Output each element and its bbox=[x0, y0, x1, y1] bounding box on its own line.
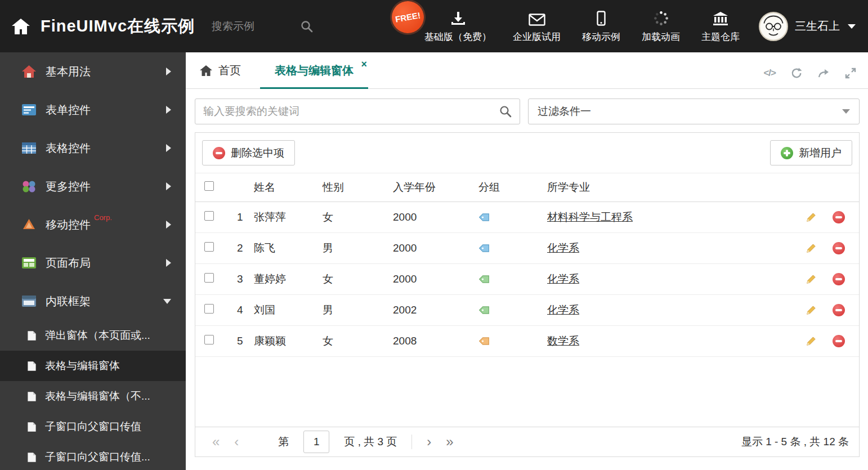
sidebar-item-mobile-controls[interactable]: 移动控件 Corp. bbox=[0, 205, 186, 244]
delete-icon[interactable] bbox=[833, 335, 845, 347]
sidebar-item-iframe[interactable]: 内联框架 bbox=[0, 282, 186, 320]
prev-page-button[interactable] bbox=[234, 435, 239, 449]
close-icon[interactable] bbox=[361, 59, 367, 70]
nav-item-loading-animation[interactable]: 加载动画 bbox=[642, 9, 680, 43]
major-link[interactable]: 材料科学与工程系 bbox=[547, 211, 633, 223]
maximize-icon[interactable] bbox=[844, 67, 857, 79]
tab-home-label: 首页 bbox=[218, 63, 241, 78]
nav-label: 基础版（免费） bbox=[424, 30, 491, 43]
tab-home[interactable]: 首页 bbox=[195, 63, 250, 88]
file-icon bbox=[27, 361, 37, 371]
major-link[interactable]: 化学系 bbox=[547, 304, 579, 316]
delete-selected-label: 删除选中项 bbox=[231, 146, 284, 160]
sidebar-subitem-grid-edit-window[interactable]: 表格与编辑窗体 bbox=[0, 351, 186, 381]
sidebar-subitem-child-to-parent-2[interactable]: 子窗口向父窗口传值... bbox=[0, 442, 186, 470]
page-number-input[interactable] bbox=[303, 431, 329, 453]
student-gender: 女 bbox=[323, 272, 393, 287]
sidebar-item-label: 更多控件 bbox=[46, 179, 91, 194]
nav-item-mobile-demo[interactable]: 移动示例 bbox=[582, 9, 620, 43]
major-link[interactable]: 化学系 bbox=[547, 242, 579, 254]
row-checkbox[interactable] bbox=[204, 335, 214, 344]
delete-icon[interactable] bbox=[833, 273, 845, 285]
filter-dropdown[interactable]: 过滤条件一 bbox=[528, 99, 860, 124]
search-icon[interactable] bbox=[301, 20, 313, 33]
table-row[interactable]: 1 张萍萍 女 2000 材料科学与工程系 bbox=[195, 202, 859, 233]
sidebar-item-form-controls[interactable]: 表单控件 bbox=[0, 91, 186, 129]
column-header-gender[interactable]: 性别 bbox=[323, 180, 393, 195]
plus-circle-icon bbox=[781, 147, 793, 159]
student-gender: 女 bbox=[323, 210, 393, 225]
nav-item-basic-free[interactable]: FREE! 基础版（免费） bbox=[424, 9, 491, 43]
student-gender: 男 bbox=[323, 241, 393, 256]
sidebar-item-grid-controls[interactable]: 表格控件 bbox=[0, 129, 186, 167]
divider bbox=[411, 435, 412, 449]
table-row[interactable]: 3 董婷婷 女 2000 化学系 bbox=[195, 264, 859, 295]
column-header-name[interactable]: 姓名 bbox=[254, 180, 323, 195]
tabbar: 首页 表格与编辑窗体 bbox=[186, 52, 868, 89]
row-checkbox[interactable] bbox=[204, 242, 214, 252]
first-page-button[interactable] bbox=[212, 435, 220, 449]
main-content: 首页 表格与编辑窗体 bbox=[186, 52, 868, 470]
sidebar-item-more-controls[interactable]: 更多控件 bbox=[0, 167, 186, 205]
delete-icon[interactable] bbox=[833, 304, 845, 316]
filter-dropdown-value: 过滤条件一 bbox=[538, 104, 591, 119]
edit-icon[interactable] bbox=[805, 335, 817, 347]
table-icon bbox=[21, 141, 37, 155]
search-icon[interactable] bbox=[499, 105, 512, 118]
sidebar-subitem-grid-edit-window-2[interactable]: 表格与编辑窗体（不... bbox=[0, 381, 186, 411]
edit-icon[interactable] bbox=[805, 243, 817, 254]
add-user-label: 新增用户 bbox=[799, 146, 842, 160]
header-search-input[interactable] bbox=[212, 20, 296, 33]
add-user-button[interactable]: 新增用户 bbox=[770, 140, 852, 165]
major-link[interactable]: 化学系 bbox=[547, 273, 579, 285]
student-name: 康颖颖 bbox=[254, 334, 323, 348]
nav-item-enterprise-trial[interactable]: 企业版试用 bbox=[513, 9, 561, 43]
nav-item-theme-repo[interactable]: 主题仓库 bbox=[701, 9, 740, 43]
keyword-search-input[interactable] bbox=[203, 105, 499, 118]
next-page-button[interactable] bbox=[427, 435, 431, 449]
table-row[interactable]: 4 刘国 男 2002 化学系 bbox=[195, 295, 859, 326]
minus-circle-icon bbox=[213, 147, 225, 159]
home-icon[interactable] bbox=[11, 18, 30, 35]
edit-icon[interactable] bbox=[805, 274, 817, 285]
edit-icon[interactable] bbox=[805, 212, 817, 223]
enroll-year: 2002 bbox=[393, 304, 478, 316]
source-code-icon[interactable] bbox=[763, 68, 776, 79]
edit-icon[interactable] bbox=[805, 305, 817, 316]
major-link[interactable]: 数学系 bbox=[547, 335, 579, 347]
delete-icon[interactable] bbox=[833, 211, 845, 223]
select-all-checkbox[interactable] bbox=[204, 181, 214, 191]
avatar bbox=[759, 12, 788, 41]
sidebar-item-label: 移动控件 bbox=[46, 217, 91, 232]
chevron-down-icon bbox=[842, 109, 850, 114]
tag-icon bbox=[478, 337, 490, 346]
sidebar-subitem-child-to-parent[interactable]: 子窗口向父窗口传值 bbox=[0, 411, 186, 442]
share-icon[interactable] bbox=[817, 67, 830, 79]
sidebar-subitem-popup-window[interactable]: 弹出窗体（本页面或... bbox=[0, 320, 186, 351]
column-header-major[interactable]: 所学专业 bbox=[547, 180, 797, 195]
row-checkbox[interactable] bbox=[204, 211, 214, 221]
last-page-button[interactable] bbox=[446, 435, 453, 449]
delete-icon[interactable] bbox=[833, 242, 845, 254]
tab-grid-edit-window[interactable]: 表格与编辑窗体 bbox=[260, 63, 368, 88]
refresh-icon[interactable] bbox=[790, 67, 803, 79]
user-menu[interactable]: 三生石上 bbox=[759, 12, 856, 41]
tag-icon bbox=[478, 275, 490, 284]
delete-selected-button[interactable]: 删除选中项 bbox=[202, 140, 295, 165]
row-checkbox[interactable] bbox=[204, 273, 214, 283]
sidebar-item-label: 表格控件 bbox=[46, 141, 91, 156]
table-row[interactable]: 2 陈飞 男 2000 化学系 bbox=[195, 233, 859, 264]
page-label-prefix: 第 bbox=[278, 435, 289, 449]
table-row[interactable]: 5 康颖颖 女 2008 数学系 bbox=[195, 326, 859, 357]
enroll-year: 2008 bbox=[393, 335, 478, 347]
column-header-group[interactable]: 分组 bbox=[478, 180, 547, 195]
tab-active-label: 表格与编辑窗体 bbox=[275, 63, 354, 78]
sidebar-item-page-layout[interactable]: 页面布局 bbox=[0, 244, 186, 282]
row-checkbox[interactable] bbox=[204, 304, 214, 314]
mobile-controls-icon bbox=[21, 218, 37, 231]
sidebar-subitem-label: 子窗口向父窗口传值 bbox=[45, 419, 141, 434]
file-icon bbox=[27, 330, 37, 341]
sidebar-item-basic-usage[interactable]: 基本用法 bbox=[0, 52, 186, 91]
column-header-year[interactable]: 入学年份 bbox=[393, 180, 478, 195]
nav-label: 主题仓库 bbox=[701, 30, 740, 43]
